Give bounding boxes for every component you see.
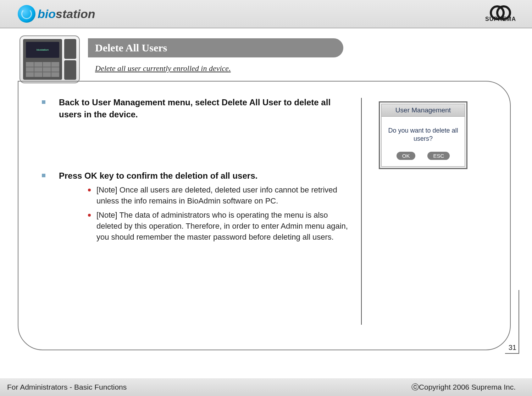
device-screen-message: Do you want to delete all users? [385,127,461,143]
page-header: biostation SUPREMA [0,0,532,28]
page-footer: For Administrators - Basic Functions ⓒCo… [0,378,532,396]
footer-left: For Administrators - Basic Functions [7,383,127,391]
page-number-vert-line [519,290,519,354]
content-card: Back to User Management menu, select Del… [18,81,511,350]
section-subtitle: Delete all user currently enrolled in de… [95,64,231,73]
device-screen-title: User Management [381,104,465,117]
logo-suprema: SUPREMA [485,5,516,22]
content-right: User Management Do you want to delete al… [362,96,499,339]
square-bullet-icon [42,100,45,104]
infinity-icon [490,5,511,16]
section-title-text: Delete All Users [95,42,167,54]
bullet-2: Press OK key to confirm the deletion of … [42,170,354,243]
bullet-1: Back to User Management menu, select Del… [42,96,354,120]
square-bullet-icon [42,174,45,177]
content-left: Back to User Management menu, select Del… [42,96,361,339]
bullet-2-text: Press OK key to confirm the deletion of … [59,170,257,182]
device-screen-mock: User Management Do you want to delete al… [379,101,467,169]
page-number: 31 [509,344,516,352]
swirl-icon [18,5,35,23]
sub-bullet-list: [Note] Once all users are deleted, delet… [88,185,354,243]
page-number-line [505,353,519,354]
logo-left-text: biostation [38,7,95,21]
bullet-1-text: Back to User Management menu, select Del… [59,96,354,120]
logo-biostation: biostation [18,5,95,23]
section-title: Delete All Users [88,38,343,57]
footer-right: ⓒCopyright 2006 Suprema Inc. [411,382,516,392]
esc-button[interactable]: ESC [427,152,450,160]
device-thumbnail: biostation [20,35,80,83]
sub-bullet-1: [Note] Once all users are deleted, delet… [88,185,354,207]
page-body: biostation Delete All Users Delete all u… [0,28,532,372]
ok-button[interactable]: OK [397,152,416,160]
sub-bullet-2: [Note] The data of administrators who is… [88,210,354,242]
